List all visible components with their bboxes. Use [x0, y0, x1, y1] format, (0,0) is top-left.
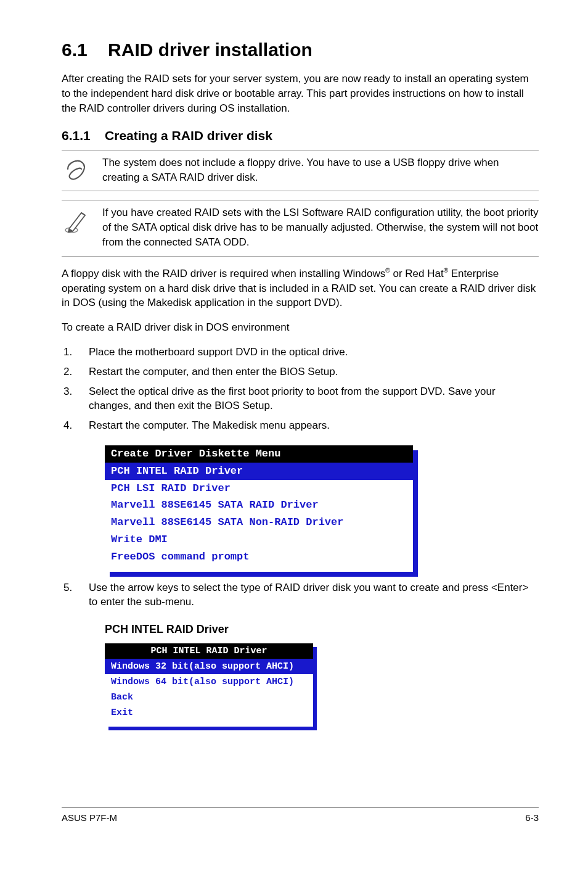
paperclip-icon: [62, 155, 91, 183]
footer-product: ASUS P7F-M: [62, 811, 117, 824]
menu-item-selected[interactable]: Windows 32 bit(also support AHCI): [105, 659, 313, 674]
menu-header: PCH INTEL RAID Driver: [105, 643, 313, 659]
page-footer: ASUS P7F-M 6-3: [62, 807, 539, 824]
step-item: Restart the computer, and then enter the…: [75, 365, 539, 379]
pch-intel-menu: PCH INTEL RAID Driver Windows 32 bit(als…: [105, 643, 313, 727]
menu-item[interactable]: FreeDOS command prompt: [105, 548, 413, 566]
steps-list-continued: Use the arrow keys to select the type of…: [62, 580, 539, 610]
intro-paragraph: After creating the RAID sets for your se…: [62, 72, 539, 115]
section-title: 6.1 RAID driver installation: [62, 37, 539, 63]
pencil-icon: [62, 205, 91, 235]
submenu-heading: PCH INTEL RAID Driver: [105, 622, 539, 637]
menu-header: Create Driver Diskette Menu: [105, 445, 413, 463]
step-item: Select the optical drive as the first bo…: [75, 384, 539, 414]
menu-item[interactable]: Write DMI: [105, 531, 413, 548]
subsection-title: 6.1.1 Creating a RAID driver disk: [62, 126, 539, 144]
section-heading: RAID driver installation: [108, 39, 312, 60]
menu-item[interactable]: Back: [105, 690, 313, 705]
note-text-lsi: If you have created RAID sets with the L…: [102, 205, 539, 249]
step-item: Restart the computer. The Makedisk menu …: [75, 418, 539, 433]
subsection-number: 6.1.1: [62, 128, 91, 142]
menu-item[interactable]: Marvell 88SE6145 SATA Non-RAID Driver: [105, 514, 413, 531]
makedisk-menu: Create Driver Diskette Menu PCH INTEL RA…: [105, 445, 539, 572]
menu-item[interactable]: Marvell 88SE6145 SATA RAID Driver: [105, 497, 413, 514]
registered-icon: ®: [444, 267, 448, 274]
note-text-usb: The system does not include a floppy dri…: [102, 155, 539, 185]
footer-page-number: 6-3: [525, 811, 539, 824]
menu-item-selected[interactable]: PCH INTEL RAID Driver: [105, 463, 413, 480]
menu-item[interactable]: Exit: [105, 705, 313, 720]
step-item: Use the arrow keys to select the type of…: [75, 580, 539, 610]
subsection-heading: Creating a RAID driver disk: [105, 128, 272, 142]
note-block-usb: The system does not include a floppy dri…: [62, 150, 539, 192]
dos-paragraph: To create a RAID driver disk in DOS envi…: [62, 320, 539, 335]
steps-list: Place the motherboard support DVD in the…: [62, 345, 539, 433]
registered-icon: ®: [385, 267, 390, 274]
section-number: 6.1: [62, 39, 88, 60]
note-block-lsi: If you have created RAID sets with the L…: [62, 200, 539, 256]
step-item: Place the motherboard support DVD in the…: [75, 345, 539, 360]
menu-item[interactable]: Windows 64 bit(also support AHCI): [105, 674, 313, 690]
menu-item[interactable]: PCH LSI RAID Driver: [105, 480, 413, 497]
floppy-paragraph: A floppy disk with the RAID driver is re…: [62, 266, 539, 310]
